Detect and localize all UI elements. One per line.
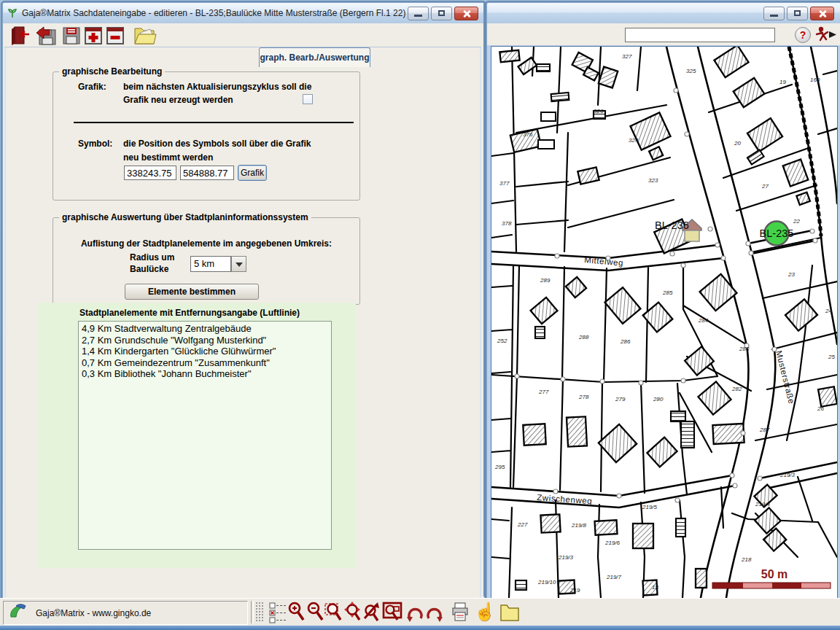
parcel-number: 324 bbox=[629, 137, 639, 144]
search-input[interactable] bbox=[625, 28, 775, 42]
parcel-number: 23 bbox=[788, 271, 795, 278]
maximize-icon bbox=[794, 10, 801, 16]
folder-icon[interactable] bbox=[499, 601, 518, 623]
run-exit-icon[interactable] bbox=[814, 26, 839, 47]
results-listbox[interactable]: 4,9 Km Stadtverwaltung Zentralgebäude 2,… bbox=[78, 321, 332, 550]
parcel-number: 287 bbox=[759, 427, 770, 433]
symbol-text-2: neu bestimmt werden bbox=[123, 152, 213, 163]
radius-combobox[interactable]: 5 km bbox=[190, 256, 231, 272]
minimize-icon bbox=[770, 15, 778, 17]
parcel-number: 219 bbox=[569, 587, 580, 594]
list-item[interactable]: 0,7 Km Gemeindezentrum "Zusammenkunft" bbox=[82, 357, 328, 369]
sachdaten-window: Gaja®Matrix Sachdateneingabe - editieren… bbox=[1, 1, 486, 601]
map-frame: 3273253263243233763773782522952271916020… bbox=[487, 45, 840, 598]
toolbar-grip[interactable] bbox=[255, 602, 265, 623]
maximize-icon bbox=[438, 10, 445, 16]
rotate-left-icon[interactable] bbox=[405, 601, 425, 623]
map-close-button[interactable] bbox=[810, 7, 834, 20]
small-parcels bbox=[538, 112, 556, 149]
grafik-checkbox[interactable] bbox=[303, 94, 313, 104]
coord-y-input[interactable] bbox=[180, 166, 234, 180]
parcel-number: 219/7 bbox=[606, 574, 622, 580]
parcel-number: 27 bbox=[761, 183, 769, 190]
group-graphische-auswertung: graphische Auswertung über Stadtplaninfo… bbox=[52, 217, 360, 305]
parcel-number: 219/4 bbox=[755, 501, 771, 508]
coord-x-input[interactable] bbox=[124, 166, 176, 180]
grafik-text-2: Grafik neu erzeugt werden bbox=[123, 95, 233, 105]
tab-graph-bearb-auswertung[interactable]: graph. Bearb./Auswertung bbox=[259, 47, 370, 67]
close-button[interactable] bbox=[454, 7, 478, 20]
form-toolbar: Baulückenbeschreibung graph. Bearb./Ausw… bbox=[3, 23, 484, 47]
parcel-number: 284 bbox=[698, 317, 709, 324]
minimize-button[interactable] bbox=[408, 7, 429, 20]
print-icon[interactable] bbox=[451, 601, 470, 623]
parcel-number: 24 bbox=[825, 308, 832, 314]
parcel-number: 278 bbox=[578, 394, 589, 400]
grafik-button[interactable]: Grafik bbox=[238, 165, 267, 181]
parcel-number: 25 bbox=[828, 354, 835, 360]
parcel-number: 160 bbox=[810, 77, 820, 83]
minimize-icon bbox=[414, 15, 422, 17]
map-maximize-button[interactable] bbox=[787, 7, 808, 20]
help-button[interactable]: ? bbox=[795, 27, 811, 43]
left-titlebar[interactable]: Gaja®Matrix Sachdateneingabe - editieren… bbox=[3, 3, 484, 24]
zoom-window-icon[interactable] bbox=[324, 601, 343, 623]
marker-label-bl-236: BL-236 bbox=[655, 219, 689, 231]
parcel-number: 377 bbox=[499, 180, 510, 187]
map-titlebar[interactable] bbox=[487, 3, 840, 24]
zoom-arrow-icon[interactable] bbox=[362, 601, 381, 623]
auswertung-heading: Auflistung der Stadtplanelemente im ange… bbox=[53, 238, 359, 249]
zoom-in-icon[interactable] bbox=[287, 601, 306, 623]
street-label-musterstrasse: Musterstraße bbox=[774, 350, 796, 405]
parcel-number: 26 bbox=[817, 405, 824, 412]
close-icon bbox=[462, 9, 471, 18]
parcel-number: 286 bbox=[620, 338, 631, 345]
list-item[interactable]: 2,7 Km Grundschule "Wolfgang Musterkind" bbox=[82, 335, 328, 346]
parcel-number: 219/3 bbox=[779, 472, 796, 478]
list-item[interactable]: 1,4 Km Kindergarten "Glückliche Glühwürm… bbox=[82, 346, 328, 357]
separator-line bbox=[74, 122, 354, 123]
marker-bl-235[interactable]: BL-235 bbox=[760, 222, 794, 246]
parcel-number: 289 bbox=[540, 277, 551, 284]
symbol-text-1: die Position des Symbols soll über die G… bbox=[123, 139, 311, 149]
exit-door-icon[interactable] bbox=[9, 26, 31, 45]
parcel-number: 252 bbox=[497, 338, 508, 344]
list-item[interactable]: 4,9 Km Stadtverwaltung Zentralgebäude bbox=[82, 323, 328, 335]
grafik-text-1: beim nächsten Aktualisierungszyklus soll… bbox=[123, 82, 311, 92]
parcel-number: 22 bbox=[793, 218, 800, 225]
pan-hand-icon[interactable]: ☝ bbox=[474, 601, 494, 623]
map-window: ? bbox=[486, 1, 840, 601]
status-text: Gaja®Matrix - www.gingko.de bbox=[36, 608, 151, 618]
zoom-full-extent-icon[interactable] bbox=[382, 601, 402, 623]
open-folder-icon[interactable] bbox=[133, 26, 155, 45]
parcel-number: 285 bbox=[662, 289, 673, 296]
parcel-number: 19 bbox=[779, 79, 786, 85]
radius-dropdown-button[interactable] bbox=[231, 256, 246, 272]
parcel-number: 219/6 bbox=[604, 540, 621, 546]
map-canvas[interactable]: 3273253263243233763773782522952271916020… bbox=[491, 46, 838, 599]
scale-label: 50 m bbox=[761, 568, 788, 580]
parcel-number: 219/10 bbox=[537, 579, 556, 586]
remove-record-icon[interactable] bbox=[105, 26, 127, 45]
map-minimize-button[interactable] bbox=[763, 7, 785, 20]
symbol-label: Symbol: bbox=[78, 139, 112, 149]
zoom-out-icon[interactable] bbox=[306, 601, 325, 623]
save-return-icon[interactable] bbox=[35, 26, 57, 45]
parcel-number: 288 bbox=[578, 334, 589, 341]
parcel-number: 323 bbox=[648, 177, 658, 184]
add-record-icon[interactable] bbox=[83, 26, 105, 45]
parcel-number: 282 bbox=[731, 386, 742, 392]
parcel-number: 18 bbox=[652, 584, 658, 591]
group-graphische-bearbeitung: graphische Bearbeitung Grafik: beim näch… bbox=[52, 71, 360, 201]
elemente-bestimmen-button[interactable]: Elemente bestimmen bbox=[125, 284, 259, 300]
layer-legend-icon[interactable] bbox=[268, 601, 288, 623]
grafik-label: Grafik: bbox=[78, 82, 106, 92]
results-panel: Stadtplanelemente mit Entfernungsangabe … bbox=[38, 303, 356, 568]
save-icon[interactable] bbox=[61, 26, 83, 45]
maximize-button[interactable] bbox=[431, 7, 452, 20]
rotate-right-icon[interactable] bbox=[424, 601, 444, 623]
status-bar: Gaja®Matrix - www.gingko.de bbox=[0, 598, 840, 626]
list-item[interactable]: 0,3 Km Bibliothek "Johann Buchmeister" bbox=[82, 368, 328, 380]
parcel-number: 277 bbox=[538, 389, 549, 395]
zoom-pan-icon[interactable] bbox=[343, 601, 362, 623]
